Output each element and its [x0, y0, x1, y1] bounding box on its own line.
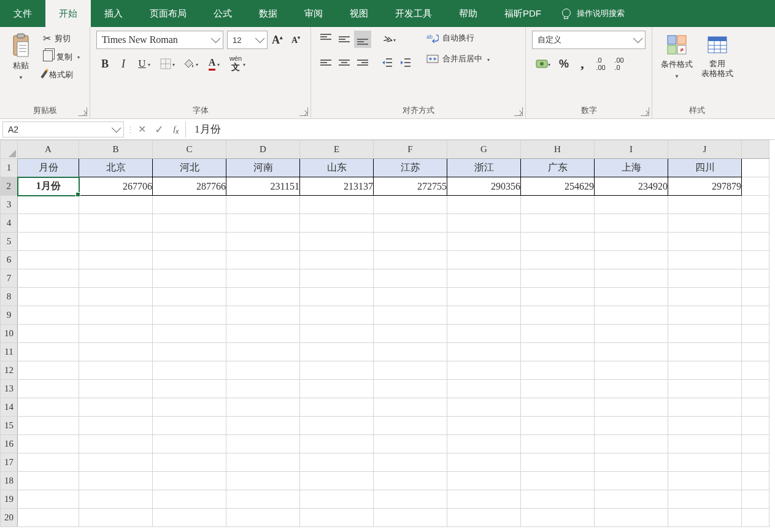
- cell[interactable]: [374, 288, 447, 306]
- cell[interactable]: [668, 214, 742, 233]
- cell[interactable]: [300, 417, 374, 435]
- cell[interactable]: [595, 453, 668, 472]
- row-header[interactable]: 8: [1, 288, 18, 306]
- cell[interactable]: [226, 417, 300, 435]
- cell[interactable]: [521, 490, 595, 509]
- row-header[interactable]: 19: [1, 490, 18, 509]
- cell[interactable]: [18, 233, 79, 251]
- cell[interactable]: [521, 472, 595, 490]
- cell[interactable]: 广东: [521, 159, 595, 177]
- col-header[interactable]: [742, 141, 769, 159]
- cell[interactable]: [300, 196, 374, 214]
- fill-color-button[interactable]: ▾: [180, 55, 202, 72]
- cell[interactable]: [447, 196, 521, 214]
- cell[interactable]: [153, 325, 226, 343]
- cell[interactable]: [153, 435, 226, 453]
- cell[interactable]: [447, 453, 521, 472]
- cell[interactable]: [153, 417, 226, 435]
- cell[interactable]: 月份: [18, 159, 79, 177]
- cell[interactable]: 213137: [300, 177, 374, 196]
- cell[interactable]: [79, 417, 153, 435]
- cell[interactable]: [79, 306, 153, 325]
- cell[interactable]: [79, 214, 153, 233]
- cell[interactable]: [153, 251, 226, 269]
- cell[interactable]: [300, 472, 374, 490]
- cell[interactable]: [668, 196, 742, 214]
- cell[interactable]: [374, 269, 447, 288]
- orientation-button[interactable]: ≫▾: [379, 31, 401, 48]
- col-header[interactable]: J: [668, 141, 742, 159]
- cell[interactable]: [153, 306, 226, 325]
- cell[interactable]: [668, 306, 742, 325]
- cell[interactable]: [226, 306, 300, 325]
- cell[interactable]: [374, 214, 447, 233]
- clipboard-launcher[interactable]: [79, 107, 87, 116]
- cell[interactable]: [300, 380, 374, 398]
- number-format-select[interactable]: 自定义: [532, 31, 646, 49]
- font-launcher[interactable]: [299, 107, 308, 116]
- name-box[interactable]: A2: [2, 121, 124, 137]
- cell[interactable]: [374, 509, 447, 527]
- cell[interactable]: [18, 417, 79, 435]
- align-left-button[interactable]: [317, 54, 334, 71]
- cell[interactable]: [226, 214, 300, 233]
- cell[interactable]: [18, 288, 79, 306]
- font-size-select[interactable]: 12: [227, 31, 268, 49]
- cell[interactable]: 北京: [79, 159, 153, 177]
- cell[interactable]: [374, 453, 447, 472]
- cell[interactable]: [742, 306, 769, 325]
- cell[interactable]: [521, 435, 595, 453]
- cell[interactable]: [79, 398, 153, 417]
- increase-font-button[interactable]: A▴: [269, 31, 286, 48]
- row-header[interactable]: 14: [1, 398, 18, 417]
- cell[interactable]: [153, 453, 226, 472]
- font-color-button[interactable]: A▾: [203, 55, 225, 72]
- cell[interactable]: [447, 472, 521, 490]
- italic-button[interactable]: I: [115, 55, 132, 72]
- decrease-decimal-button[interactable]: .00.0: [611, 55, 628, 72]
- cell[interactable]: [521, 214, 595, 233]
- cell[interactable]: [79, 325, 153, 343]
- cell[interactable]: [521, 361, 595, 380]
- cell[interactable]: [668, 343, 742, 361]
- cell[interactable]: [668, 288, 742, 306]
- cell[interactable]: [374, 380, 447, 398]
- formula-input[interactable]: 1月份: [186, 122, 775, 136]
- align-center-button[interactable]: [336, 54, 353, 71]
- cell[interactable]: [374, 251, 447, 269]
- cell[interactable]: [79, 269, 153, 288]
- tab-insert[interactable]: 插入: [91, 0, 136, 27]
- cell[interactable]: [742, 490, 769, 509]
- cell[interactable]: [742, 159, 769, 177]
- row-header[interactable]: 20: [1, 509, 18, 527]
- cell[interactable]: [226, 398, 300, 417]
- cell[interactable]: [226, 361, 300, 380]
- row-header[interactable]: 18: [1, 472, 18, 490]
- cell[interactable]: [595, 251, 668, 269]
- cell[interactable]: [18, 325, 79, 343]
- cell[interactable]: [226, 453, 300, 472]
- col-header[interactable]: D: [226, 141, 300, 159]
- cell[interactable]: [300, 509, 374, 527]
- cell[interactable]: [521, 325, 595, 343]
- comma-button[interactable]: ,: [574, 55, 591, 72]
- cell[interactable]: [595, 306, 668, 325]
- cell[interactable]: [300, 361, 374, 380]
- cell[interactable]: [521, 453, 595, 472]
- cell[interactable]: [447, 398, 521, 417]
- tab-dev[interactable]: 开发工具: [382, 0, 445, 27]
- cell[interactable]: 290356: [447, 177, 521, 196]
- cell[interactable]: [595, 398, 668, 417]
- cell[interactable]: 254629: [521, 177, 595, 196]
- align-middle-button[interactable]: [336, 31, 353, 48]
- cell[interactable]: [18, 490, 79, 509]
- cell[interactable]: [521, 398, 595, 417]
- fx-button[interactable]: fx: [171, 124, 182, 135]
- cell[interactable]: [226, 288, 300, 306]
- cell[interactable]: [447, 251, 521, 269]
- cell[interactable]: [595, 380, 668, 398]
- tab-file[interactable]: 文件: [0, 0, 45, 27]
- cell[interactable]: [153, 343, 226, 361]
- merge-center-button[interactable]: 合并后居中▾: [423, 52, 493, 66]
- cell[interactable]: [18, 214, 79, 233]
